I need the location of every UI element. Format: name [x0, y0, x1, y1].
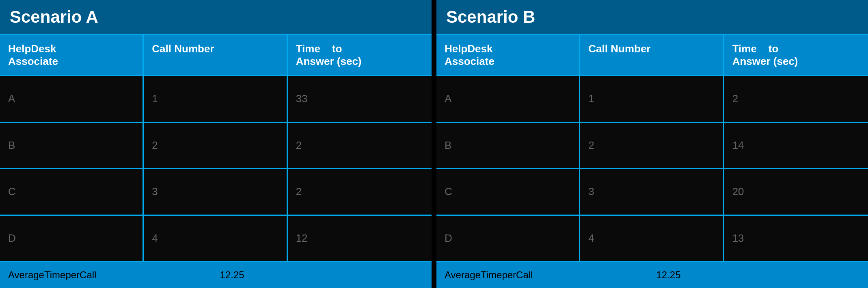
- scenario-a-title: Scenario A: [0, 0, 432, 34]
- table-row: C320: [436, 168, 868, 215]
- table-row: B214: [436, 122, 868, 168]
- scenario-b-row-2-call-number: 3: [580, 169, 724, 215]
- scenarios-container: Scenario AHelpDeskAssociateCall NumberTi…: [0, 0, 868, 288]
- scenario-a-row-1-associate: B: [0, 123, 144, 168]
- scenario-a-footer: AverageTimeperCall12.25: [0, 261, 432, 288]
- table-row: A12: [436, 75, 868, 122]
- scenario-scenario-b: Scenario BHelpDeskAssociateCall NumberTi…: [436, 0, 868, 288]
- scenario-b-header-col-2: Time toAnswer (sec): [724, 35, 868, 75]
- scenario-b-table-header: HelpDeskAssociateCall NumberTime toAnswe…: [436, 34, 868, 75]
- scenario-b-header-col-1: Call Number: [580, 35, 724, 75]
- scenario-b-row-3-time: 13: [724, 216, 868, 261]
- scenario-a-footer-value: 12.25: [212, 269, 424, 281]
- table-row: D413: [436, 215, 868, 261]
- scenario-b-row-1-associate: B: [436, 123, 580, 168]
- table-row: D412: [0, 215, 432, 261]
- scenario-divider: [432, 0, 436, 288]
- scenario-a-row-0-call-number: 1: [144, 76, 287, 122]
- scenario-b-row-0-call-number: 1: [580, 76, 724, 122]
- scenario-a-row-2-time: 2: [288, 169, 432, 215]
- scenario-a-row-1-call-number: 2: [144, 123, 287, 168]
- scenario-a-table-header: HelpDeskAssociateCall NumberTime toAnswe…: [0, 34, 432, 75]
- scenario-b-footer-value: 12.25: [648, 269, 860, 281]
- scenario-b-row-1-call-number: 2: [580, 123, 724, 168]
- scenario-scenario-a: Scenario AHelpDeskAssociateCall NumberTi…: [0, 0, 432, 288]
- scenario-a-row-3-associate: D: [0, 216, 144, 261]
- scenario-a-table: HelpDeskAssociateCall NumberTime toAnswe…: [0, 34, 432, 288]
- scenario-a-row-2-call-number: 3: [144, 169, 287, 215]
- scenario-b-row-2-time: 20: [724, 169, 868, 215]
- scenario-b-row-1-time: 14: [724, 123, 868, 168]
- scenario-a-row-1-time: 2: [288, 123, 432, 168]
- scenario-b-row-0-time: 2: [724, 76, 868, 122]
- scenario-b-footer: AverageTimeperCall12.25: [436, 261, 868, 288]
- table-row: A133: [0, 75, 432, 122]
- scenario-b-footer-label: AverageTimeperCall: [445, 269, 648, 281]
- scenario-b-header-col-0: HelpDeskAssociate: [436, 35, 580, 75]
- scenario-b-row-3-call-number: 4: [580, 216, 724, 261]
- scenario-a-row-3-time: 12: [288, 216, 432, 261]
- scenario-a-row-0-associate: A: [0, 76, 144, 122]
- scenario-b-row-2-associate: C: [436, 169, 580, 215]
- scenario-a-table-body: A133B22C32D412: [0, 75, 432, 261]
- scenario-a-footer-label: AverageTimeperCall: [8, 269, 212, 281]
- scenario-a-header-col-1: Call Number: [144, 35, 287, 75]
- scenario-b-title: Scenario B: [436, 0, 868, 34]
- table-row: C32: [0, 168, 432, 215]
- scenario-a-row-3-call-number: 4: [144, 216, 287, 261]
- scenario-b-table: HelpDeskAssociateCall NumberTime toAnswe…: [436, 34, 868, 288]
- scenario-b-row-0-associate: A: [436, 76, 580, 122]
- scenario-a-header-col-0: HelpDeskAssociate: [0, 35, 144, 75]
- scenario-a-row-2-associate: C: [0, 169, 144, 215]
- scenario-b-table-body: A12B214C320D413: [436, 75, 868, 261]
- scenario-a-row-0-time: 33: [288, 76, 432, 122]
- table-row: B22: [0, 122, 432, 168]
- scenario-a-header-col-2: Time toAnswer (sec): [288, 35, 432, 75]
- scenario-b-row-3-associate: D: [436, 216, 580, 261]
